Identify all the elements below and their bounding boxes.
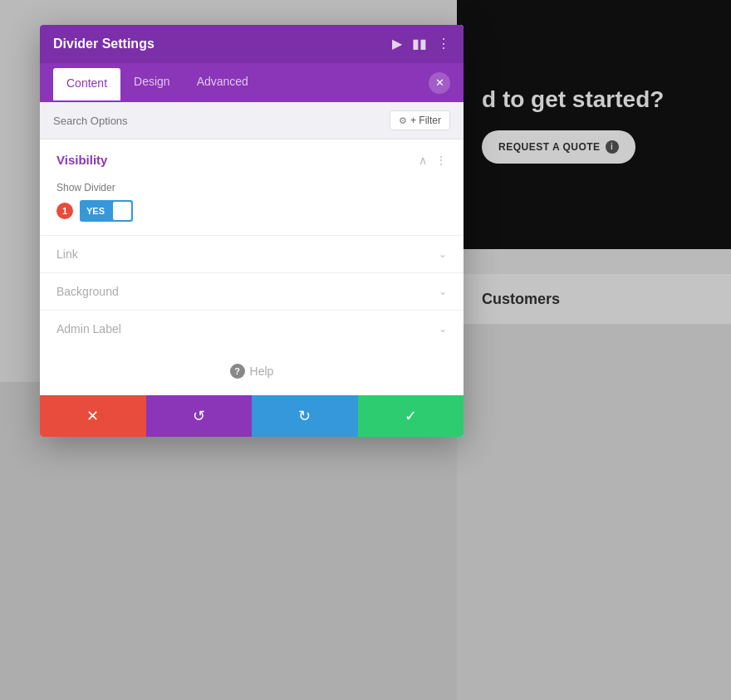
show-divider-toggle[interactable]: YES <box>80 200 133 222</box>
link-label: Link <box>56 247 78 261</box>
modal-title: Divider Settings <box>53 37 155 51</box>
show-divider-row: Show Divider 1 YES <box>40 177 464 235</box>
admin-label-chevron-icon: ⌄ <box>439 323 447 335</box>
modal-header: Divider Settings ▶ ▮▮ ⋮ <box>40 25 464 63</box>
modal-footer: ✕ ↺ ↻ ✓ <box>40 395 464 437</box>
save-button[interactable]: ✓ <box>358 395 464 437</box>
focus-icon[interactable]: ▶ <box>392 37 402 51</box>
section-controls: ∧ ⋮ <box>419 154 447 167</box>
admin-label-section[interactable]: Admin Label ⌄ <box>40 310 464 347</box>
tab-content[interactable]: Content <box>53 68 120 100</box>
more-icon[interactable]: ⋮ <box>437 37 450 51</box>
tab-advanced[interactable]: Advanced <box>184 63 262 102</box>
filter-icon: ⚙ <box>399 115 407 126</box>
header-icons: ▶ ▮▮ ⋮ <box>392 37 450 51</box>
help-row[interactable]: ? Help <box>40 347 464 395</box>
divider-settings-modal: Divider Settings ▶ ▮▮ ⋮ Content Design A… <box>40 25 464 437</box>
setting-badge: 1 <box>56 203 73 219</box>
search-bar: ⚙ + Filter <box>40 102 464 140</box>
toggle-yes-label: YES <box>80 203 111 219</box>
cancel-icon: ✕ <box>86 407 99 425</box>
filter-label: + Filter <box>410 115 441 126</box>
link-chevron-icon: ⌄ <box>439 248 447 260</box>
admin-label-label: Admin Label <box>56 322 121 335</box>
modal-close-button[interactable]: ✕ <box>429 72 450 94</box>
modal-body: Visibility ∧ ⋮ Show Divider 1 YES Link ⌄ <box>40 140 464 395</box>
background-chevron-icon: ⌄ <box>439 286 447 297</box>
help-icon: ? <box>230 364 245 379</box>
search-input[interactable] <box>53 115 390 127</box>
undo-icon: ↺ <box>193 407 205 425</box>
background-label: Background <box>56 285 119 298</box>
split-icon[interactable]: ▮▮ <box>412 37 427 51</box>
cancel-button[interactable]: ✕ <box>40 395 146 437</box>
toggle-row: 1 YES <box>56 200 447 222</box>
tab-design[interactable]: Design <box>120 63 184 102</box>
filter-button[interactable]: ⚙ + Filter <box>390 110 450 130</box>
undo-button[interactable]: ↺ <box>146 395 253 437</box>
link-section[interactable]: Link ⌄ <box>40 235 464 272</box>
help-label: Help <box>250 365 274 378</box>
redo-icon: ↻ <box>298 407 311 425</box>
toggle-thumb <box>113 202 131 220</box>
section-more-icon[interactable]: ⋮ <box>435 154 447 167</box>
show-divider-label: Show Divider <box>56 182 447 193</box>
background-section[interactable]: Background ⌄ <box>40 272 464 310</box>
visibility-section-header: Visibility ∧ ⋮ <box>40 140 464 177</box>
save-icon: ✓ <box>405 407 417 425</box>
redo-button[interactable]: ↻ <box>252 395 358 437</box>
tabs-bar: Content Design Advanced ✕ <box>40 63 464 102</box>
collapse-icon[interactable]: ∧ <box>419 154 427 167</box>
section-title-visibility: Visibility <box>56 153 107 167</box>
